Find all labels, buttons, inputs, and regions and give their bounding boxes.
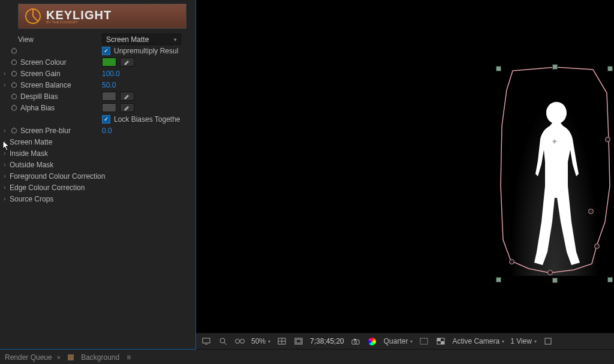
snapshot-icon[interactable] <box>350 336 361 347</box>
screen-colour-swatch[interactable] <box>102 58 116 67</box>
svg-rect-31 <box>420 338 428 344</box>
stopwatch-icon[interactable] <box>10 70 18 78</box>
svg-point-19 <box>220 338 225 343</box>
transform-handle[interactable] <box>552 278 558 283</box>
view-dropdown[interactable]: Screen Matte ▾ <box>102 34 181 45</box>
monitor-icon[interactable] <box>201 336 212 347</box>
mask-vertex[interactable] <box>547 270 553 275</box>
lock-biases-label: Lock Biases Togethe <box>114 115 180 124</box>
composition-viewer[interactable]: ✦ 50%▾ 7;38;45;20 <box>196 0 614 349</box>
stopwatch-icon[interactable] <box>10 92 18 101</box>
chevron-down-icon: ▾ <box>410 339 413 344</box>
screen-preblur-label: Screen Pre-blur <box>20 127 71 135</box>
expand-chevron-icon[interactable]: › <box>2 195 7 202</box>
screen-gain-label: Screen Gain <box>20 70 61 78</box>
anchor-point-icon[interactable]: ✦ <box>551 137 558 146</box>
mask-vertex[interactable] <box>588 209 594 214</box>
panel-menu-icon[interactable]: ≡ <box>127 353 131 362</box>
svg-line-20 <box>224 342 227 345</box>
group-edge-cc[interactable]: Edge Colour Correction <box>10 183 85 192</box>
expand-chevron-icon[interactable]: › <box>2 150 7 157</box>
views-dropdown[interactable]: 1 View▾ <box>510 337 537 345</box>
region-icon[interactable] <box>419 336 429 347</box>
screen-gain-value[interactable]: 100.0 <box>102 70 120 78</box>
transform-handle[interactable] <box>496 66 501 71</box>
close-tab-icon[interactable]: × <box>57 354 61 361</box>
screen-balance-value[interactable]: 50.0 <box>102 81 116 89</box>
expand-chevron-icon[interactable]: › <box>2 127 7 134</box>
transform-handle[interactable] <box>607 277 613 282</box>
unpremultiply-checkbox[interactable]: ✓ <box>102 47 110 55</box>
glasses-icon[interactable] <box>234 336 245 347</box>
group-inside-mask[interactable]: Inside Mask <box>10 149 48 158</box>
eyedropper-icon[interactable] <box>120 103 134 112</box>
expand-chevron-icon[interactable]: › <box>2 139 7 145</box>
stopwatch-icon[interactable] <box>10 127 18 135</box>
despill-swatch[interactable] <box>102 92 116 101</box>
svg-rect-17 <box>203 338 210 343</box>
effect-controls-panel: KEYLIGHT BY THE FOUNDRY View Screen Matt… <box>0 0 196 350</box>
transparency-grid-icon[interactable] <box>435 336 446 347</box>
expand-chevron-icon[interactable]: › <box>2 173 7 179</box>
channel-icon[interactable] <box>367 336 378 347</box>
mask-vertex[interactable] <box>509 259 514 264</box>
group-outside-mask[interactable]: Outside Mask <box>10 161 53 169</box>
stopwatch-icon[interactable] <box>10 81 18 89</box>
transform-handle[interactable] <box>552 64 558 70</box>
svg-point-11 <box>11 94 16 99</box>
stopwatch-icon[interactable] <box>10 47 18 55</box>
viewer-toolbar: 50%▾ 7;38;45;20 Quarter▾ Active Camera▾ … <box>196 333 614 349</box>
screen-balance-label: Screen Balance <box>20 81 71 89</box>
views-value: 1 View <box>510 337 532 345</box>
svg-rect-35 <box>545 338 551 344</box>
tab-render-queue[interactable]: Render Queue <box>5 353 52 362</box>
stopwatch-icon[interactable] <box>10 58 18 67</box>
safe-zones-icon[interactable] <box>293 336 304 347</box>
camera-value: Active Camera <box>452 337 499 345</box>
pixel-aspect-icon[interactable] <box>543 336 553 347</box>
svg-point-22 <box>240 339 245 344</box>
svg-rect-33 <box>441 341 444 344</box>
alpha-bias-label: Alpha Bias <box>20 104 55 112</box>
timeline-tabs: Render Queue × Background ≡ <box>0 349 614 364</box>
zoom-dropdown[interactable]: 50%▾ <box>251 337 270 345</box>
keylight-logo-icon <box>25 8 41 25</box>
eyedropper-icon[interactable] <box>120 92 134 101</box>
quality-dropdown[interactable]: Quarter▾ <box>384 337 413 345</box>
svg-rect-32 <box>437 338 441 341</box>
alpha-bias-swatch[interactable] <box>102 103 116 112</box>
stopwatch-icon[interactable] <box>10 104 18 112</box>
resolution-icon[interactable] <box>276 336 287 347</box>
svg-point-5 <box>11 60 16 65</box>
mask-vertex[interactable] <box>605 137 610 142</box>
svg-point-3 <box>11 49 16 53</box>
camera-dropdown[interactable]: Active Camera▾ <box>452 337 504 345</box>
magnify-icon[interactable] <box>218 336 228 347</box>
plugin-logo: KEYLIGHT BY THE FOUNDRY <box>18 4 186 29</box>
lock-biases-checkbox[interactable]: ✓ <box>102 115 110 124</box>
screen-preblur-value[interactable]: 0.0 <box>102 127 112 135</box>
transform-handle[interactable] <box>496 277 501 282</box>
view-label: View <box>18 35 34 44</box>
group-screen-matte[interactable]: Screen Matte <box>10 138 52 146</box>
zoom-value: 50% <box>251 337 266 345</box>
despill-bias-label: Despill Bias <box>20 92 58 101</box>
expand-chevron-icon[interactable]: › <box>2 161 7 168</box>
group-source-crops[interactable]: Source Crops <box>10 195 53 203</box>
expand-chevron-icon[interactable]: › <box>2 184 7 191</box>
svg-point-7 <box>11 71 16 76</box>
tab-background[interactable]: Background <box>81 353 119 362</box>
svg-point-21 <box>236 339 240 344</box>
expand-chevron-icon[interactable]: › <box>2 82 7 88</box>
eyedropper-icon[interactable] <box>120 58 134 67</box>
timecode-display[interactable]: 7;38;45;20 <box>310 337 344 345</box>
mask-vertex[interactable] <box>594 243 600 249</box>
transform-handle[interactable] <box>607 66 613 71</box>
svg-point-29 <box>354 341 357 343</box>
layer-bounding-box[interactable]: ✦ <box>496 66 613 282</box>
screen-colour-label: Screen Colour <box>20 58 67 67</box>
svg-rect-30 <box>354 339 356 340</box>
expand-chevron-icon[interactable]: › <box>2 70 7 77</box>
chevron-down-icon: ▾ <box>174 37 177 43</box>
group-fg-cc[interactable]: Foreground Colour Correction <box>10 172 105 181</box>
